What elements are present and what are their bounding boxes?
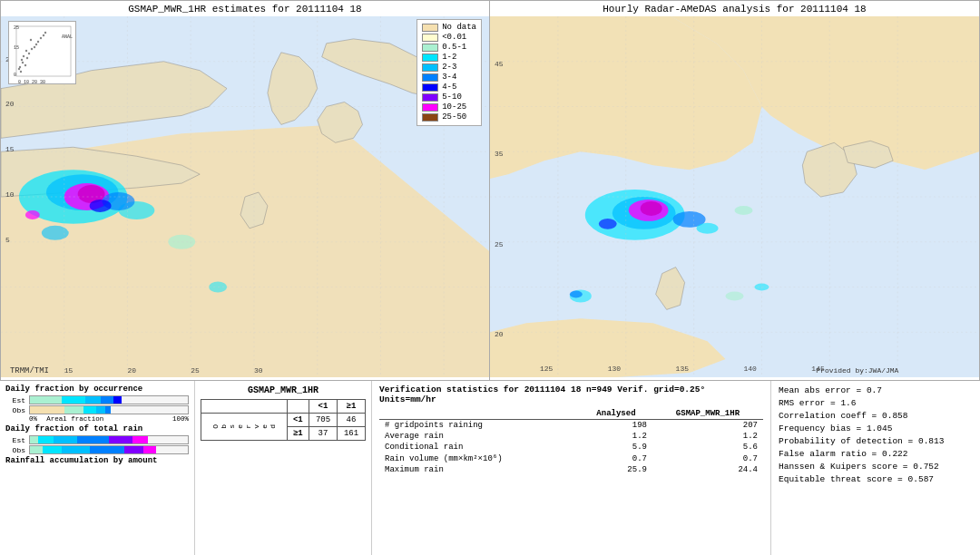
svg-point-6 xyxy=(26,57,28,59)
svg-text:135: 135 xyxy=(676,365,690,373)
right-map-svg: 45 35 25 20 125 130 135 140 145 Provided… xyxy=(490,16,979,377)
svg-point-14 xyxy=(37,41,39,43)
svg-rect-0 xyxy=(9,22,76,84)
svg-text:35: 35 xyxy=(495,150,504,158)
col-analysed-header: Analysed xyxy=(580,408,652,420)
obs-bar-2 xyxy=(29,445,189,454)
svg-point-70 xyxy=(697,223,719,234)
stats-table: Analysed GSMAP_MWR_1HR # gridpoints rain… xyxy=(379,408,763,475)
svg-text:140: 140 xyxy=(743,365,757,373)
svg-text:15: 15 xyxy=(5,145,15,153)
charts-panel: Daily fraction by occurrence Est Obs xyxy=(0,381,195,555)
est-bar-2 xyxy=(29,435,189,444)
axis-right-1: 100% xyxy=(113,415,190,423)
stats-row: Average rain 1.2 1.2 xyxy=(379,431,763,442)
main-container: GSMAP_MWR_1HR estimates for 20111104 18 xyxy=(0,0,980,555)
svg-text:45: 45 xyxy=(495,60,504,68)
metric-0: Mean abs error = 0.7 xyxy=(779,385,973,395)
svg-text:30: 30 xyxy=(254,366,263,375)
row-ge1: ≥1 xyxy=(287,427,309,441)
svg-point-4 xyxy=(24,64,26,66)
axis-center-1: Areal fraction xyxy=(37,415,113,423)
svg-point-34 xyxy=(42,226,69,240)
accumulation-title: Rainfall accumulation by amount xyxy=(5,456,189,465)
col-gsmap-header: GSMAP_MWR_1HR xyxy=(652,408,763,420)
rain-bars: Est Obs xyxy=(5,435,189,454)
svg-point-9 xyxy=(31,48,33,50)
svg-text:Provided by:JWA/JMA: Provided by:JWA/JMA xyxy=(816,366,898,375)
svg-point-37 xyxy=(90,200,112,212)
metric-7: Equitable threat score = 0.587 xyxy=(779,474,973,484)
est-label-1: Est xyxy=(5,396,25,404)
svg-point-12 xyxy=(25,50,27,52)
svg-point-72 xyxy=(599,219,617,229)
obs-bar-1 xyxy=(29,405,189,414)
svg-text:20: 20 xyxy=(127,366,136,375)
svg-text:TRMM/TMI: TRMM/TMI xyxy=(10,366,49,375)
metric-2: Correlation coeff = 0.858 xyxy=(779,411,973,421)
right-map-title: Hourly Radar-AMeDAS analysis for 2011110… xyxy=(490,1,979,16)
legend-box: No data <0.01 0.5-1 1-2 2-3 3-4 4-5 5-10… xyxy=(416,19,482,126)
svg-point-5 xyxy=(21,59,23,61)
svg-text:130: 130 xyxy=(608,365,622,373)
col-less1: <1 xyxy=(309,400,338,414)
svg-point-11 xyxy=(35,44,37,45)
col-ge1: ≥1 xyxy=(337,400,365,414)
svg-text:0: 0 xyxy=(14,73,16,78)
svg-point-19 xyxy=(18,68,20,70)
svg-text:ANAL: ANAL xyxy=(62,34,73,40)
stats-row: Conditional rain 5.9 5.6 xyxy=(379,442,763,453)
metric-6: Hanssen & Kuipers score = 0.752 xyxy=(779,462,973,472)
inset-scatter: 0 15 25 0 10 20 30 ANAL xyxy=(8,21,76,84)
val-10: 37 xyxy=(309,427,338,441)
contingency-table: <1 ≥1 Observed <1 705 46 ≥1 xyxy=(201,399,366,441)
svg-point-35 xyxy=(25,210,40,219)
right-map-panel: Hourly Radar-AMeDAS analysis for 2011110… xyxy=(490,0,980,381)
maps-row: GSMAP_MWR_1HR estimates for 20111104 18 xyxy=(0,0,980,381)
occurrence-bars: Est Obs xyxy=(5,395,189,423)
svg-point-16 xyxy=(43,34,44,36)
obs-label-1: Obs xyxy=(5,406,25,414)
metric-5: False alarm ratio = 0.222 xyxy=(779,449,973,459)
cont-title: GSMAP_MWR_1HR xyxy=(201,385,366,395)
svg-point-75 xyxy=(726,291,744,300)
svg-point-13 xyxy=(30,39,32,41)
svg-text:5: 5 xyxy=(5,236,10,244)
val-11: 161 xyxy=(337,427,365,441)
stats-row: Rain volume (mm×km²×10⁶) 0.7 0.7 xyxy=(379,453,763,464)
obs-label-2: Obs xyxy=(5,446,25,454)
rain-fraction-title: Daily fraction of total rain xyxy=(5,424,189,433)
left-map-title: GSMAP_MWR_1HR estimates for 20111104 18 xyxy=(1,1,489,16)
svg-text:15: 15 xyxy=(14,45,19,51)
svg-point-7 xyxy=(28,53,30,54)
est-label-2: Est xyxy=(5,436,25,444)
metric-3: Frequency bias = 1.045 xyxy=(779,424,973,433)
svg-point-15 xyxy=(40,37,42,39)
verification-title: Verification statistics for 20111104 18 … xyxy=(379,385,763,404)
stats-row: # gridpoints raining 198 207 xyxy=(379,420,763,432)
svg-text:20: 20 xyxy=(5,101,15,109)
svg-text:25: 25 xyxy=(14,25,19,31)
metric-1: RMS error = 1.6 xyxy=(779,398,973,408)
axis-left-1: 0% xyxy=(29,415,37,423)
svg-point-10 xyxy=(34,46,35,48)
contingency-panel: GSMAP_MWR_1HR <1 ≥1 Observed <1 xyxy=(195,381,372,555)
stats-row: Maximum rain 25.9 24.4 xyxy=(379,464,763,475)
svg-text:20: 20 xyxy=(495,330,504,338)
svg-text:25: 25 xyxy=(191,366,200,375)
svg-point-8 xyxy=(23,55,24,57)
left-map-panel: GSMAP_MWR_1HR estimates for 20111104 18 xyxy=(0,0,490,381)
svg-text:15: 15 xyxy=(64,366,74,375)
svg-point-17 xyxy=(44,32,46,34)
stats-panel: Verification statistics for 20111104 18 … xyxy=(372,381,771,555)
bottom-row: Daily fraction by occurrence Est Obs xyxy=(0,381,980,555)
svg-text:125: 125 xyxy=(540,365,554,373)
svg-point-68 xyxy=(641,201,662,216)
svg-text:10: 10 xyxy=(5,190,15,199)
est-bar-1 xyxy=(29,395,189,404)
svg-point-3 xyxy=(22,62,24,63)
svg-point-71 xyxy=(735,206,753,215)
metrics-panel: Mean abs error = 0.7RMS error = 1.6Corre… xyxy=(771,381,980,555)
svg-point-18 xyxy=(20,71,22,73)
row-less1: <1 xyxy=(287,414,309,427)
